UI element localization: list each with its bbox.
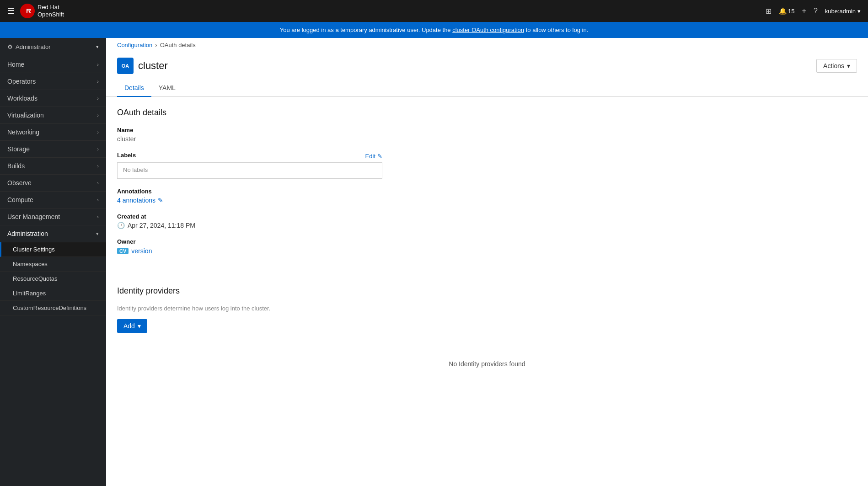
tabs: Details YAML	[106, 80, 868, 97]
no-labels-text: No labels	[123, 166, 148, 173]
top-navigation: ☰ Red Hat OpenShift ⊞ 🔔 15 + ? kube:admi…	[0, 0, 868, 22]
name-value: cluster	[117, 135, 857, 143]
notifications-button[interactable]: 🔔 15	[779, 7, 794, 15]
details-section-title: OAuth details	[117, 108, 857, 117]
created-at-label: Created at	[117, 213, 857, 220]
alert-message-pre: You are logged in as a temporary adminis…	[280, 27, 451, 33]
cog-icon: ⚙	[7, 43, 13, 50]
actions-button[interactable]: Actions ▾	[816, 59, 857, 73]
page-title: cluster	[138, 60, 168, 72]
clock-icon: 🕐	[117, 222, 125, 229]
chevron-right-icon: ›	[97, 197, 99, 203]
annotations-count: 4 annotations	[117, 197, 155, 204]
labels-row: Labels Edit ✎ No labels	[117, 152, 857, 179]
sidebar-item-namespaces[interactable]: Namespaces	[0, 257, 106, 272]
notification-count: 15	[788, 8, 794, 15]
sidebar-subitem-resource-quotas-label: ResourceQuotas	[13, 275, 58, 282]
name-label: Name	[117, 127, 857, 134]
user-menu[interactable]: kube:admin ▾	[825, 8, 861, 15]
annotations-row: Annotations 4 annotations ✎	[117, 188, 857, 204]
created-at-value: Apr 27, 2024, 11:18 PM	[128, 222, 195, 229]
role-caret-icon: ▾	[96, 44, 99, 50]
sidebar: ⚙ Administrator ▾ Home › Operators › Wor…	[0, 38, 106, 486]
sidebar-item-virtualization-label: Virtualization	[7, 112, 44, 119]
tab-yaml[interactable]: YAML	[151, 80, 183, 97]
sidebar-item-virtualization[interactable]: Virtualization ›	[0, 107, 106, 124]
owner-label: Owner	[117, 238, 857, 245]
oauth-details-section: OAuth details Name cluster Labels Edit ✎…	[106, 97, 868, 275]
username-label: kube:admin	[825, 8, 856, 15]
chevron-right-icon: ›	[97, 180, 99, 186]
labels-edit-link[interactable]: Edit ✎	[365, 153, 382, 160]
tab-details[interactable]: Details	[117, 80, 151, 97]
labels-label: Labels	[117, 152, 136, 159]
owner-type-badge: CV	[117, 248, 129, 254]
sidebar-role-switcher[interactable]: ⚙ Administrator ▾	[0, 38, 106, 56]
identity-section-title: Identity providers	[117, 286, 857, 296]
sidebar-item-builds-label: Builds	[7, 162, 25, 170]
page-header: OA cluster Actions ▾	[106, 52, 868, 74]
redhat-logo[interactable]: Red Hat OpenShift	[20, 4, 64, 18]
name-row: Name cluster	[117, 127, 857, 143]
add-caret-icon: ▾	[138, 322, 141, 330]
chevron-right-icon: ›	[97, 79, 99, 84]
identity-description: Identity providers determine how users l…	[117, 305, 857, 312]
hamburger-icon[interactable]: ☰	[7, 6, 15, 16]
sidebar-item-observe[interactable]: Observe ›	[0, 175, 106, 192]
chevron-right-icon: ›	[97, 96, 99, 101]
annotations-pencil-icon: ✎	[158, 197, 163, 204]
add-label: Add	[123, 322, 135, 330]
sidebar-item-user-management[interactable]: User Management ›	[0, 208, 106, 225]
sidebar-item-limit-ranges[interactable]: LimitRanges	[0, 286, 106, 301]
sidebar-item-administration[interactable]: Administration ▾	[0, 225, 106, 242]
pencil-icon: ✎	[377, 153, 382, 160]
created-at-row: Created at 🕐 Apr 27, 2024, 11:18 PM	[117, 213, 857, 229]
sidebar-item-storage[interactable]: Storage ›	[0, 141, 106, 158]
annotations-label: Annotations	[117, 188, 857, 195]
actions-caret-icon: ▾	[847, 62, 850, 69]
help-icon[interactable]: ?	[814, 7, 818, 15]
owner-row: Owner CV version	[117, 238, 857, 255]
sidebar-item-workloads-label: Workloads	[7, 95, 38, 102]
chevron-right-icon: ›	[97, 129, 99, 135]
sidebar-item-builds[interactable]: Builds ›	[0, 158, 106, 175]
sidebar-item-crd[interactable]: CustomResourceDefinitions	[0, 301, 106, 315]
add-provider-button[interactable]: Add ▾	[117, 319, 147, 333]
sidebar-item-home[interactable]: Home ›	[0, 56, 106, 73]
resource-type-badge: OA	[117, 58, 134, 74]
sidebar-item-cluster-settings[interactable]: Cluster Settings	[0, 242, 106, 257]
grid-icon[interactable]: ⊞	[766, 7, 772, 16]
sidebar-item-compute[interactable]: Compute ›	[0, 192, 106, 208]
sidebar-item-operators-label: Operators	[7, 78, 36, 85]
sidebar-item-resource-quotas[interactable]: ResourceQuotas	[0, 272, 106, 286]
identity-providers-section: Identity providers Identity providers de…	[106, 275, 868, 406]
sidebar-item-user-management-label: User Management	[7, 213, 60, 220]
sidebar-item-operators[interactable]: Operators ›	[0, 73, 106, 90]
sidebar-item-storage-label: Storage	[7, 145, 30, 153]
chevron-down-icon: ▾	[96, 231, 99, 237]
sidebar-item-networking[interactable]: Networking ›	[0, 124, 106, 141]
sidebar-item-workloads[interactable]: Workloads ›	[0, 90, 106, 107]
sidebar-subitem-crd-label: CustomResourceDefinitions	[13, 304, 86, 311]
chevron-right-icon: ›	[97, 62, 99, 67]
user-caret-icon: ▾	[857, 8, 861, 15]
oauth-config-link[interactable]: cluster OAuth configuration	[452, 27, 524, 33]
add-icon[interactable]: +	[802, 7, 806, 15]
annotations-link[interactable]: 4 annotations ✎	[117, 197, 857, 204]
chevron-right-icon: ›	[97, 163, 99, 169]
labels-box: No labels	[117, 162, 382, 179]
chevron-right-icon: ›	[97, 214, 99, 219]
sidebar-item-observe-label: Observe	[7, 179, 32, 187]
actions-label: Actions	[823, 62, 844, 69]
breadcrumb-configuration-link[interactable]: Configuration	[117, 42, 152, 48]
alert-message-post: to allow others to log in.	[526, 27, 589, 33]
sidebar-item-compute-label: Compute	[7, 196, 33, 203]
brand-name: Red Hat OpenShift	[38, 4, 64, 18]
role-label: Administrator	[16, 43, 51, 50]
chevron-right-icon: ›	[97, 112, 99, 118]
owner-link[interactable]: version	[131, 247, 152, 255]
sidebar-item-home-label: Home	[7, 61, 24, 68]
breadcrumb-separator: ›	[155, 42, 157, 48]
bell-icon: 🔔	[779, 7, 787, 15]
breadcrumb: Configuration › OAuth details	[106, 38, 868, 52]
